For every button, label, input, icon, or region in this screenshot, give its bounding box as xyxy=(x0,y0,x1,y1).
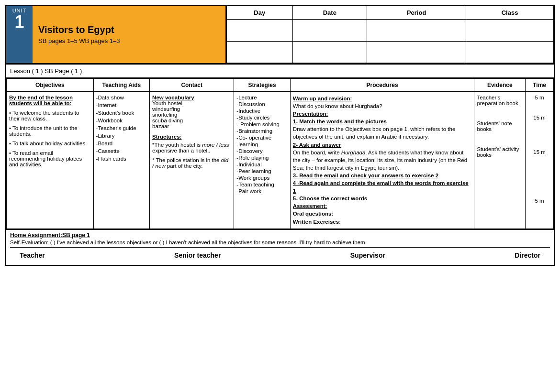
schedule-cell xyxy=(466,20,554,42)
aids-list: -Data show -Internet -Student's book -Wo… xyxy=(96,95,147,162)
schedule-cell xyxy=(367,41,466,63)
home-assignment: Home Assignment:SB page 1 xyxy=(10,232,550,239)
strategy-13: -Work groups xyxy=(236,175,288,181)
strategy-14: -Team teaching xyxy=(236,182,288,187)
time-cell: 5 m 15 m 15 m 5 m xyxy=(526,92,554,229)
strategy-7: -Co- operative xyxy=(236,135,288,141)
header-procedures: Procedures xyxy=(290,79,474,92)
aid-7: -Board xyxy=(96,141,147,146)
struct-item-2: * The police station is in the old / new… xyxy=(152,157,231,169)
strategy-4: -Study circles xyxy=(236,115,288,120)
header-objectives: Objectives xyxy=(7,79,94,92)
step2-text: On the board, write Hurghada. Ask the st… xyxy=(293,150,467,171)
director-signature: Director xyxy=(515,251,540,259)
unit-title: Visitors to Egypt xyxy=(38,24,220,35)
assessment-heading: Assessment: xyxy=(293,203,327,209)
schedule-header-day: Day xyxy=(227,6,293,20)
strategy-8: -learning xyxy=(236,142,288,147)
step5-heading: 5- Choose the correct words xyxy=(293,196,367,201)
header-evidence: Evidence xyxy=(474,79,526,92)
aids-cell: -Data show -Internet -Student's book -Wo… xyxy=(93,92,150,229)
oral-heading: Oral questions: xyxy=(293,211,333,217)
aid-6: -Library xyxy=(96,133,147,139)
strategy-10: -Role playing xyxy=(236,155,288,161)
procedures-content: Warm up and revision: What do you know a… xyxy=(293,95,472,226)
step1-heading: 1- Match the words and the pictures xyxy=(293,119,387,124)
header-time: Time xyxy=(526,79,554,92)
objective-4: • To read an email recommending holiday … xyxy=(9,150,91,167)
aid-3: -Student's book xyxy=(96,110,147,116)
written-heading: Written Exercises: xyxy=(293,219,341,225)
aid-8: -Cassette xyxy=(96,148,147,154)
header-contact: Contact xyxy=(150,79,234,92)
schedule-row-1 xyxy=(227,20,554,42)
strategy-5: --Problem solving xyxy=(236,121,288,127)
self-evaluation: Self-Evaluation: ( ) I've achieved all t… xyxy=(10,240,550,245)
procedures-cell: Warm up and revision: What do you know a… xyxy=(290,92,474,229)
schedule-row-2 xyxy=(227,41,554,63)
schedule-header-class: Class xyxy=(466,6,554,20)
strategies-list: -Lecture -Discussion -Inductive -Study c… xyxy=(236,95,288,194)
lesson-line: Lesson ( 1 ) SB Page ( 1 ) xyxy=(6,64,554,78)
presentation-heading: Presentation: xyxy=(293,111,328,117)
signatures-row: Teacher Senior teacher Supervisor Direct… xyxy=(10,247,550,263)
lesson-plan-container: UNIT 1 Visitors to Egypt SB pages 1–5 WB… xyxy=(5,5,555,266)
struct-item-1: *The youth hostel is more / less expensi… xyxy=(152,142,231,153)
time-1: 5 m xyxy=(528,95,551,100)
step3-heading: 3- Read the email and check your answers… xyxy=(293,173,438,178)
evidence-list: Teacher's preparation book Students' not… xyxy=(477,95,523,158)
schedule-cell xyxy=(227,20,293,42)
aid-2: -Internet xyxy=(96,102,147,108)
evidence-1: Teacher's preparation book xyxy=(477,95,523,106)
aid-1: -Data show xyxy=(96,95,147,100)
unit-number: 1 xyxy=(14,13,24,31)
strategies-cell: -Lecture -Discussion -Inductive -Study c… xyxy=(234,92,291,229)
schedule-cell xyxy=(292,20,367,42)
header-strategies: Strategies xyxy=(234,79,291,92)
schedule-table: Day Date Period Class xyxy=(226,6,554,63)
main-table: Objectives Teaching Aids Contact Strateg… xyxy=(6,78,554,229)
strategy-6: -Brainstorming xyxy=(236,128,288,134)
header-aids: Teaching Aids xyxy=(93,79,150,92)
vocab-heading: New vocabulary: xyxy=(152,95,231,100)
strategy-11: -Individual xyxy=(236,162,288,167)
unit-title-block: Visitors to Egypt SB pages 1–5 WB pages … xyxy=(33,6,225,63)
time-4: 5 m xyxy=(528,198,551,204)
warm-up-heading: Warm up and revision: xyxy=(293,96,352,101)
aid-4: -Workbook xyxy=(96,118,147,123)
evidence-cell: Teacher's preparation book Students' not… xyxy=(474,92,526,229)
schedule-cell xyxy=(292,41,367,63)
footer-section: Home Assignment:SB page 1 Self-Evaluatio… xyxy=(6,229,554,265)
vocab-items: Youth hostelwindsurfingsnorkelingscuba d… xyxy=(152,100,231,129)
time-3: 15 m xyxy=(528,149,551,155)
step1-text: Draw attention to the Objectives box on … xyxy=(293,126,455,140)
schedule-section: Day Date Period Class xyxy=(226,6,554,63)
schedule-cell xyxy=(466,41,554,63)
schedule-header-date: Date xyxy=(292,6,367,20)
objectives-intro: By the end of the lesson students will b… xyxy=(9,95,91,106)
time-2: 15 m xyxy=(528,115,551,120)
step4-heading: 4 -Read again and complete the email wit… xyxy=(293,180,469,194)
strategy-2: -Discussion xyxy=(236,101,288,107)
strategy-3: -Inductive xyxy=(236,108,288,114)
teacher-signature: Teacher xyxy=(20,251,45,259)
objective-1: • To welcome the students to their new c… xyxy=(9,110,91,121)
objectives-cell: By the end of the lesson students will b… xyxy=(7,92,94,229)
struct-heading: Structures: xyxy=(152,134,231,140)
senior-teacher-signature: Senior teacher xyxy=(174,251,221,259)
contact-cell: New vocabulary: Youth hostelwindsurfings… xyxy=(150,92,234,229)
unit-pages: SB pages 1–5 WB pages 1–3 xyxy=(38,37,220,44)
schedule-cell xyxy=(227,41,293,63)
strategy-12: -Peer learning xyxy=(236,168,288,174)
evidence-3: Student's' activity books xyxy=(477,146,523,158)
aid-9: -Flash cards xyxy=(96,156,147,162)
main-content-row: By the end of the lesson students will b… xyxy=(7,92,554,229)
unit-block: UNIT 1 Visitors to Egypt SB pages 1–5 WB… xyxy=(6,6,226,63)
objective-2: • To introduce the unit to the students. xyxy=(9,125,91,137)
unit-number-box: UNIT 1 xyxy=(6,6,33,63)
supervisor-signature: Supervisor xyxy=(350,251,385,259)
strategy-9: -Discovery xyxy=(236,148,288,154)
warm-up-text: What do you know about Hurghada? xyxy=(293,103,382,109)
evidence-2: Students' note books xyxy=(477,120,523,132)
strategy-15: -Pair work xyxy=(236,188,288,194)
